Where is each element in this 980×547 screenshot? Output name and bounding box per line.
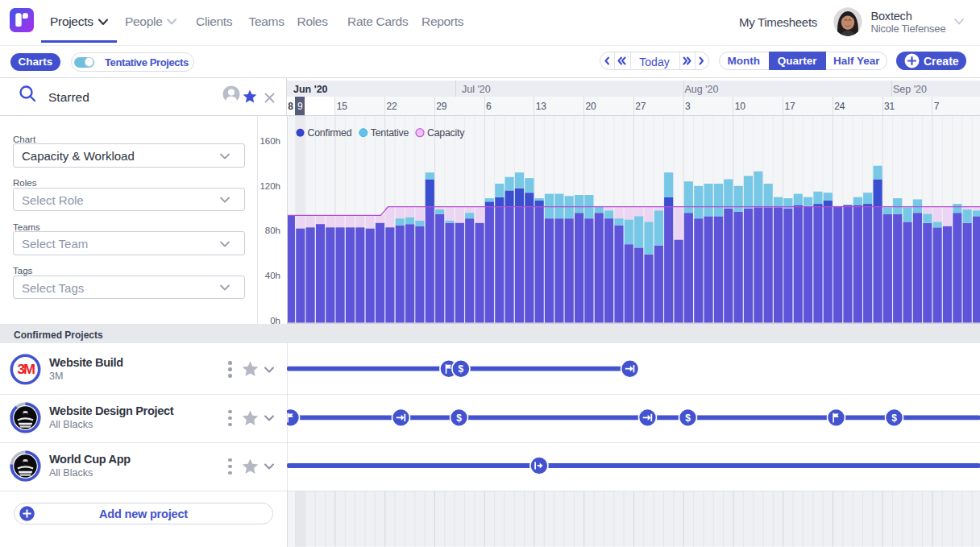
svg-text:Tentative: Tentative [370, 127, 409, 139]
svg-text:Capacity: Capacity [427, 127, 465, 139]
svg-text:$: $ [458, 363, 463, 375]
svg-text:$: $ [685, 412, 691, 424]
svg-text:Confirmed: Confirmed [307, 127, 351, 139]
svg-text:$: $ [456, 412, 462, 424]
svg-text:$: $ [891, 412, 897, 424]
svg-text:3M: 3M [17, 361, 35, 376]
